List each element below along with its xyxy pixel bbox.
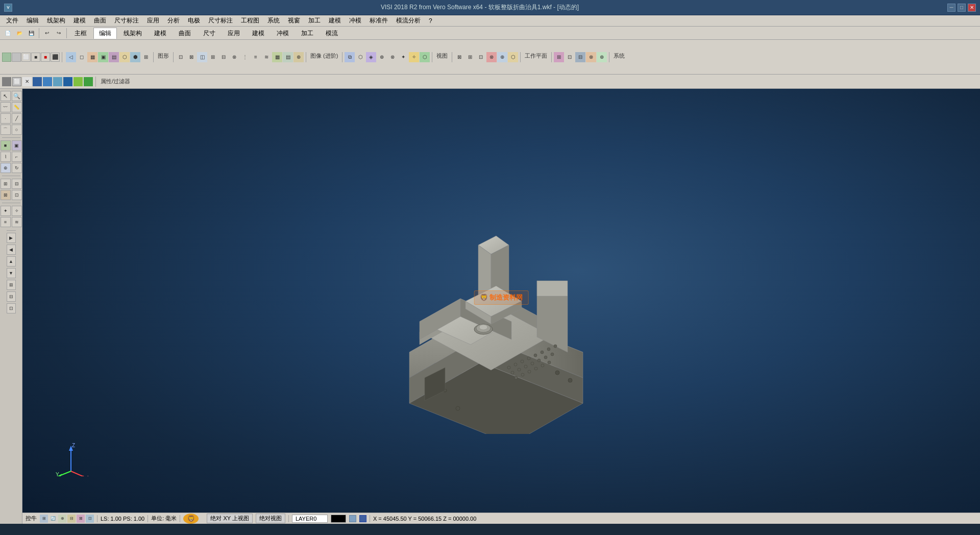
- tab-apply[interactable]: 应用: [222, 28, 246, 39]
- filter-btn-7[interactable]: [63, 77, 72, 86]
- tb-b7[interactable]: ⬢: [130, 52, 140, 62]
- filter-btn-1[interactable]: [2, 77, 11, 86]
- filter-btn-5[interactable]: [43, 77, 52, 86]
- menu-electrode[interactable]: 电极: [184, 15, 204, 26]
- tb-c4[interactable]: ⊞: [208, 52, 218, 62]
- tb-e2[interactable]: ⊞: [465, 52, 475, 62]
- sb-zoom[interactable]: 🔍: [12, 91, 22, 101]
- tb-f2[interactable]: ⊡: [565, 52, 575, 62]
- sb-arc[interactable]: ⌒: [1, 125, 11, 135]
- tb-b1[interactable]: ◁: [66, 52, 76, 62]
- sb-right2[interactable]: ◀: [7, 245, 16, 255]
- menu-dim[interactable]: 尺寸标注: [110, 15, 143, 26]
- tb-c1[interactable]: ⊡: [176, 52, 186, 62]
- menu-surface[interactable]: 曲面: [90, 15, 110, 26]
- tb-b3[interactable]: ▦: [87, 52, 97, 62]
- tb-a1[interactable]: [2, 53, 11, 62]
- undo-btn[interactable]: ↩: [41, 28, 53, 39]
- sb-cursor[interactable]: ↖: [1, 91, 11, 101]
- sb-right1[interactable]: ▶: [7, 233, 16, 243]
- maximize-button[interactable]: □: [958, 4, 966, 12]
- tb-b6[interactable]: ⬡: [119, 52, 130, 62]
- abs-view-label[interactable]: 绝对视图: [256, 514, 285, 523]
- menu-system[interactable]: 系统: [263, 15, 284, 26]
- tb-c6[interactable]: ⊗: [229, 52, 239, 62]
- menu-die[interactable]: 冲模: [345, 15, 365, 26]
- close-button[interactable]: ✕: [968, 4, 976, 12]
- tb-d7[interactable]: ✧: [409, 52, 419, 62]
- menu-edit[interactable]: 编辑: [22, 15, 43, 26]
- sb-layer2[interactable]: ≋: [12, 217, 22, 227]
- tb-f3[interactable]: ⊟: [575, 52, 585, 62]
- sb-wire[interactable]: 〰: [1, 102, 11, 112]
- sb-chamfer[interactable]: ⌐: [12, 152, 22, 162]
- filter-btn-9[interactable]: [84, 77, 93, 86]
- sb-line[interactable]: ╱: [12, 113, 22, 124]
- tab-edit[interactable]: 编辑: [93, 28, 117, 39]
- sb-solid2[interactable]: ▣: [12, 140, 22, 151]
- minimize-button[interactable]: ─: [947, 4, 955, 12]
- tb-d5[interactable]: ⊗: [387, 52, 398, 62]
- tab-wire[interactable]: 线架构: [118, 28, 148, 39]
- tb-f4[interactable]: ⊗: [586, 52, 596, 62]
- filter-btn-8[interactable]: [74, 77, 83, 86]
- layer-selector[interactable]: LAYER0: [292, 515, 328, 523]
- tab-flow[interactable]: 模流: [320, 28, 344, 39]
- sb-right3[interactable]: ▲: [7, 256, 16, 266]
- sb-right6[interactable]: ⊟: [7, 291, 16, 302]
- tb-b2[interactable]: ◻: [77, 52, 87, 62]
- tb-e1[interactable]: ⊠: [454, 52, 464, 62]
- sb-snap1[interactable]: ✦: [1, 206, 11, 216]
- redo-btn[interactable]: ↪: [53, 28, 64, 39]
- filter-btn-3[interactable]: ✕: [22, 77, 32, 86]
- ctrl-btn1[interactable]: ⊞: [40, 515, 48, 523]
- sb-extrude[interactable]: ⊕: [1, 163, 11, 173]
- tb-b4[interactable]: ▣: [98, 52, 108, 62]
- tb-a2[interactable]: [12, 53, 21, 62]
- menu-analysis[interactable]: 分析: [163, 15, 184, 26]
- tb-d6[interactable]: ✦: [398, 52, 408, 62]
- tb-f1[interactable]: ⊞: [554, 52, 564, 62]
- tb-a5[interactable]: ■: [41, 53, 50, 62]
- tb-b8[interactable]: ⊞: [141, 52, 151, 62]
- tb-f5[interactable]: ⊕: [597, 52, 607, 62]
- tab-dim[interactable]: 尺寸: [198, 28, 221, 39]
- sb-measure[interactable]: 📏: [12, 102, 22, 112]
- menu-apply[interactable]: 应用: [143, 15, 163, 26]
- sb-right7[interactable]: ⊡: [7, 303, 16, 313]
- sb-circle[interactable]: ○: [12, 125, 22, 135]
- sb-snap2[interactable]: ✧: [12, 206, 22, 216]
- sb-solid1[interactable]: ■: [1, 140, 11, 151]
- tab-machining[interactable]: 加工: [296, 28, 319, 39]
- ctrl-btn6[interactable]: ⊡: [86, 515, 94, 523]
- tb-e3[interactable]: ⊡: [476, 52, 486, 62]
- sb-right4[interactable]: ▼: [7, 268, 16, 278]
- tb-e4[interactable]: ⊗: [486, 52, 497, 62]
- tb-c2[interactable]: ⊠: [186, 52, 197, 62]
- tb-a6[interactable]: ⬛: [51, 53, 60, 62]
- tb-c3[interactable]: ◫: [197, 52, 207, 62]
- tb-e6[interactable]: ⬡: [508, 52, 518, 62]
- viewport-3d[interactable]: 🦁 制造资料网 Z X Y 控牛: [22, 89, 980, 524]
- ctrl-btn3[interactable]: ⊕: [58, 515, 66, 523]
- tab-modeling2[interactable]: 建模: [247, 28, 270, 39]
- tab-build[interactable]: 建模: [149, 28, 172, 39]
- sb-draft[interactable]: ⊡: [12, 190, 22, 200]
- tab-die[interactable]: 冲模: [271, 28, 295, 39]
- filter-btn-2[interactable]: ⬜: [12, 77, 21, 86]
- tb-a4[interactable]: ■: [31, 53, 40, 62]
- save-btn[interactable]: 💾: [26, 28, 37, 39]
- tb-c7[interactable]: ⋮: [240, 52, 250, 62]
- sb-bool2[interactable]: ⊟: [12, 179, 22, 189]
- tb-a3[interactable]: ⬜: [21, 53, 31, 62]
- menu-view-wire[interactable]: 线架构: [43, 15, 69, 26]
- menu-window[interactable]: 视窗: [284, 15, 304, 26]
- sb-revolve[interactable]: ↻: [12, 163, 22, 173]
- filter-btn-6[interactable]: [53, 77, 62, 86]
- ctrl-btn2[interactable]: 🔄: [49, 515, 57, 523]
- menu-drawing[interactable]: 工程图: [237, 15, 263, 26]
- menu-annotation[interactable]: 尺寸标注: [204, 15, 237, 26]
- sb-bool1[interactable]: ⊞: [1, 179, 11, 189]
- filter-btn-4[interactable]: [33, 77, 42, 86]
- tb-d8[interactable]: ⬡: [420, 52, 430, 62]
